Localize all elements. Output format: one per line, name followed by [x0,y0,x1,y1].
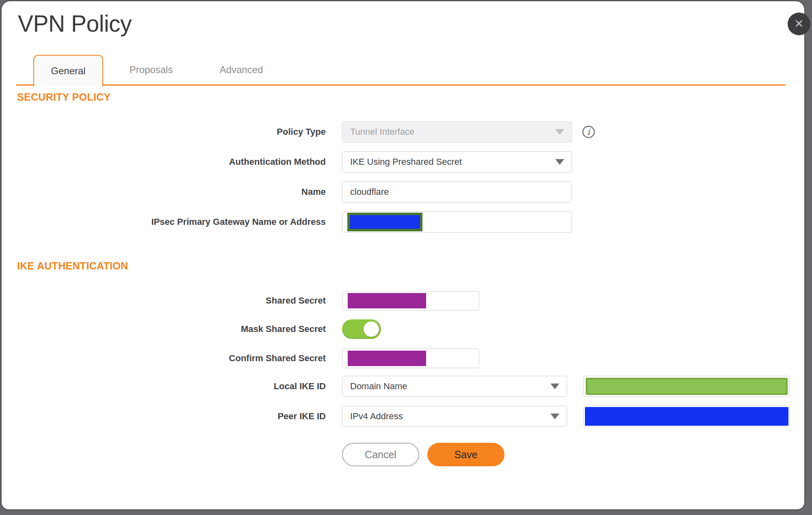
local-ike-id-redaction-block [586,378,788,395]
shared-secret-input[interactable] [342,291,479,310]
authentication-method-row: Authentication Method IKE Using Preshare… [2,151,804,172]
close-icon: ✕ [794,18,803,30]
peer-ike-id-type-select[interactable]: IPv4 Address [342,406,567,427]
shared-secret-label: Shared Secret [2,295,326,306]
peer-ike-id-caret-icon [550,414,559,419]
save-button[interactable]: Save [427,443,505,466]
section-heading-ike-authentication: IKE AUTHENTICATION [17,260,128,272]
peer-ike-id-row: Peer IKE ID IPv4 Address [2,406,804,427]
authentication-method-caret-icon [555,159,564,165]
tab-advanced[interactable]: Advanced [206,55,277,85]
policy-type-row: Policy Type Tunnel Interface i [2,121,804,142]
authentication-method-value: IKE Using Preshared Secret [350,157,462,167]
section-heading-security-policy: SECURITY POLICY [17,91,110,103]
tab-proposals[interactable]: Proposals [115,55,187,85]
cancel-button[interactable]: Cancel [342,443,419,466]
shared-secret-row: Shared Secret [2,291,804,310]
peer-ike-id-type-value: IPv4 Address [350,411,403,422]
tab-proposals-label: Proposals [130,64,173,75]
info-icon[interactable]: i [582,126,595,138]
gateway-redaction-block [347,213,422,231]
toggle-knob [364,321,379,337]
policy-type-caret-icon [555,129,564,135]
mask-shared-secret-label: Mask Shared Secret [2,324,326,334]
vpn-policy-dialog: VPN Policy ✕ General Proposals Advanced … [0,0,806,511]
local-ike-id-caret-icon [550,384,559,389]
tab-advanced-label: Advanced [220,64,263,75]
policy-type-select: Tunnel Interface [342,121,572,142]
gateway-row: IPsec Primary Gateway Name or Address [2,211,804,233]
local-ike-id-label: Local IKE ID [2,381,326,392]
close-button[interactable]: ✕ [788,13,810,35]
policy-type-label: Policy Type [2,127,326,137]
name-row: Name [2,181,804,203]
confirm-shared-secret-redaction-block [348,351,426,366]
dialog-title: VPN Policy [18,10,132,37]
authentication-method-label: Authentication Method [2,157,326,167]
local-ike-id-type-select[interactable]: Domain Name [342,376,567,397]
peer-ike-id-label: Peer IKE ID [2,411,326,422]
confirm-shared-secret-input[interactable] [342,349,479,368]
local-ike-id-value-input[interactable] [583,376,790,397]
policy-type-value: Tunnel Interface [350,127,414,137]
confirm-shared-secret-label: Confirm Shared Secret [2,353,326,364]
action-buttons-row: Cancel Save [2,443,804,466]
peer-ike-id-redaction-block [585,407,788,426]
local-ike-id-row: Local IKE ID Domain Name [2,376,804,397]
gateway-label: IPsec Primary Gateway Name or Address [2,217,326,227]
peer-ike-id-value-input[interactable] [583,406,790,427]
shared-secret-redaction-block [348,293,426,308]
mask-shared-secret-toggle[interactable] [342,319,381,339]
authentication-method-select[interactable]: IKE Using Preshared Secret [342,151,572,172]
name-input[interactable] [342,181,572,203]
confirm-shared-secret-row: Confirm Shared Secret [2,349,804,368]
gateway-input[interactable] [342,211,572,233]
name-label: Name [2,187,326,197]
mask-shared-secret-row: Mask Shared Secret [2,319,804,339]
local-ike-id-type-value: Domain Name [350,381,407,392]
tab-general[interactable]: General [33,55,103,86]
tab-general-label: General [51,65,85,77]
